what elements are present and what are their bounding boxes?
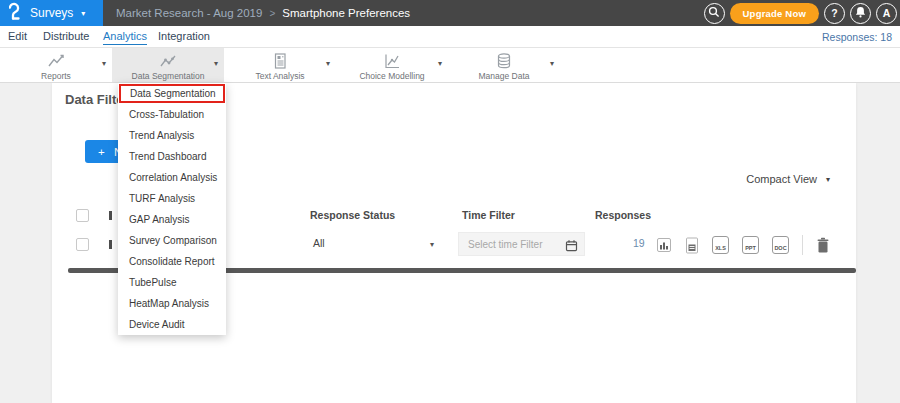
analytics-toolbar: Reports ▾ Data Segmentation ▾ bbox=[0, 48, 900, 83]
clipped-text-fragment bbox=[109, 240, 112, 249]
tab-distribute[interactable]: Distribute bbox=[43, 30, 89, 42]
toolbar-item-label: Reports bbox=[41, 71, 71, 81]
survey-nav: Edit Distribute Analytics Integration Re… bbox=[0, 26, 900, 48]
menu-item-trend-analysis[interactable]: Trend Analysis bbox=[118, 125, 226, 146]
export-ppt-icon[interactable]: PPT bbox=[742, 236, 759, 254]
top-header: Surveys ▾ Market Research - Aug 2019 > S… bbox=[0, 0, 900, 26]
time-filter-field bbox=[458, 232, 585, 256]
menu-item-trend-dashboard[interactable]: Trend Dashboard bbox=[118, 146, 226, 167]
tab-edit[interactable]: Edit bbox=[8, 30, 27, 42]
menu-item-device-audit[interactable]: Device Audit bbox=[118, 314, 226, 335]
menu-item-data-segmentation[interactable]: Data Segmentation bbox=[119, 84, 225, 103]
clipped-text-fragment bbox=[109, 211, 112, 220]
menu-item-survey-comparison[interactable]: Survey Comparison bbox=[118, 230, 226, 251]
breadcrumb-current-survey: Smartphone Preferences bbox=[282, 7, 410, 19]
toolbar-item-label: Choice Modelling bbox=[359, 71, 424, 81]
menu-item-tubepulse[interactable]: TubePulse bbox=[118, 272, 226, 293]
caret-down-icon: ▾ bbox=[550, 59, 554, 68]
database-icon bbox=[494, 52, 514, 70]
search-button[interactable] bbox=[704, 3, 725, 24]
product-label: Surveys bbox=[30, 6, 73, 20]
toolbar-item-label: Manage Data bbox=[478, 71, 529, 81]
responses-count-label[interactable]: Responses: 18 bbox=[822, 31, 892, 43]
menu-item-cross-tabulation[interactable]: Cross-Tabulation bbox=[118, 104, 226, 125]
row-responses-count[interactable]: 19 bbox=[633, 237, 653, 249]
column-header-responses: Responses bbox=[595, 209, 651, 221]
toolbar-item-label: Data Segmentation bbox=[132, 71, 205, 81]
export-xls-icon[interactable]: XLS bbox=[712, 236, 729, 254]
toolbar-item-text-analysis[interactable]: Text Analysis ▾ bbox=[224, 48, 336, 82]
caret-down-icon: ▾ bbox=[102, 59, 106, 68]
header-actions: Upgrade Now ? A bbox=[704, 0, 897, 26]
surveys-product-menu[interactable]: Surveys ▾ bbox=[0, 0, 103, 26]
notifications-button[interactable] bbox=[850, 3, 871, 24]
menu-item-correlation-analysis[interactable]: Correlation Analysis bbox=[118, 167, 226, 188]
questionpro-logo-icon bbox=[9, 2, 24, 24]
scatter-line-chart-icon bbox=[158, 52, 178, 70]
search-icon bbox=[708, 6, 720, 20]
data-segmentation-dropdown-menu: Data Segmentation Cross-Tabulation Trend… bbox=[118, 83, 226, 335]
app-window: Surveys ▾ Market Research - Aug 2019 > S… bbox=[0, 0, 900, 403]
document-report-icon[interactable] bbox=[685, 237, 699, 254]
text-document-icon bbox=[270, 52, 290, 70]
calendar-icon[interactable] bbox=[565, 238, 578, 256]
select-all-checkbox[interactable] bbox=[76, 209, 89, 222]
model-chart-icon bbox=[382, 52, 402, 70]
caret-down-icon: ▾ bbox=[81, 9, 85, 18]
row-action-icons: XLS PPT DOC bbox=[656, 235, 830, 255]
tab-integration[interactable]: Integration bbox=[158, 30, 210, 42]
caret-down-icon: ▾ bbox=[214, 59, 218, 68]
caret-down-icon: ▾ bbox=[438, 59, 442, 68]
menu-item-gap-analysis[interactable]: GAP Analysis bbox=[118, 209, 226, 230]
response-status-value: All bbox=[313, 237, 325, 249]
help-button[interactable]: ? bbox=[824, 3, 845, 24]
breadcrumb-separator: > bbox=[269, 8, 275, 19]
export-doc-icon[interactable]: DOC bbox=[772, 236, 789, 254]
toolbar-item-data-segmentation[interactable]: Data Segmentation ▾ bbox=[112, 48, 224, 82]
breadcrumb: Market Research - Aug 2019 > Smartphone … bbox=[116, 0, 410, 26]
view-mode-selector[interactable]: Compact View ▾ bbox=[746, 173, 830, 185]
dashboard-report-icon[interactable] bbox=[656, 237, 672, 253]
menu-item-turf-analysis[interactable]: TURF Analysis bbox=[118, 188, 226, 209]
bell-icon bbox=[855, 6, 866, 20]
view-mode-label: Compact View bbox=[746, 173, 817, 185]
line-chart-icon bbox=[46, 52, 66, 70]
vertical-divider bbox=[802, 235, 803, 255]
toolbar-item-reports[interactable]: Reports ▾ bbox=[0, 48, 112, 82]
caret-down-icon: ▾ bbox=[826, 175, 830, 184]
toolbar-item-choice-modelling[interactable]: Choice Modelling ▾ bbox=[336, 48, 448, 82]
column-header-response-status: Response Status bbox=[310, 209, 395, 221]
toolbar-item-manage-data[interactable]: Manage Data ▾ bbox=[448, 48, 560, 82]
response-status-select[interactable]: All ▾ bbox=[310, 234, 434, 254]
column-header-time-filter: Time Filter bbox=[462, 209, 515, 221]
caret-down-icon: ▾ bbox=[430, 240, 434, 249]
tab-analytics[interactable]: Analytics bbox=[103, 30, 147, 45]
menu-item-consolidate-report[interactable]: Consolidate Report bbox=[118, 251, 226, 272]
account-avatar[interactable]: A bbox=[876, 3, 897, 24]
delete-trash-icon[interactable] bbox=[816, 237, 830, 254]
menu-item-heatmap-analysis[interactable]: HeatMap Analysis bbox=[118, 293, 226, 314]
upgrade-now-button[interactable]: Upgrade Now bbox=[730, 3, 819, 24]
toolbar-item-label: Text Analysis bbox=[255, 71, 304, 81]
breadcrumb-survey-folder[interactable]: Market Research - Aug 2019 bbox=[116, 7, 262, 19]
caret-down-icon: ▾ bbox=[326, 59, 330, 68]
row-checkbox[interactable] bbox=[76, 238, 89, 251]
